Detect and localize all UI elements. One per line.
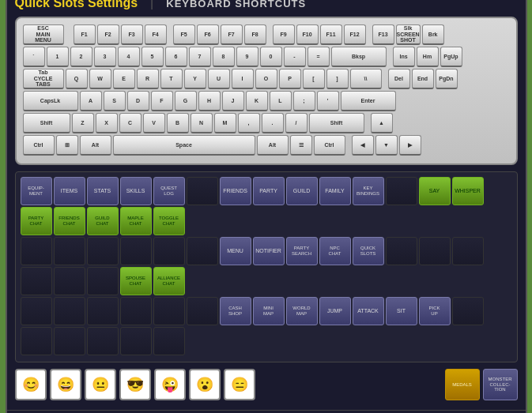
slot-quick-slots[interactable]: QUICKSLOTS — [353, 237, 384, 265]
slot-r3-empty-9[interactable] — [54, 327, 85, 355]
key-8[interactable]: 8 — [213, 47, 235, 67]
key-end[interactable]: End — [412, 69, 434, 89]
key-3[interactable]: 3 — [94, 47, 116, 67]
slot-friends-chat[interactable]: FRIENDSCHAT — [54, 207, 85, 235]
key-b[interactable]: B — [167, 113, 189, 133]
key-f13[interactable]: F13 — [372, 24, 394, 45]
key-slk[interactable]: SlkSCREENSHOT — [396, 24, 421, 45]
key-enter[interactable]: Enter — [341, 91, 396, 111]
slot-r3-empty-12[interactable] — [153, 327, 185, 355]
slot-attack[interactable]: ATTACK — [353, 297, 384, 325]
slot-guild[interactable]: GUILD — [286, 177, 318, 205]
slot-r2-empty-3[interactable] — [87, 237, 119, 265]
slot-r2-empty-4[interactable] — [120, 237, 152, 265]
key-c[interactable]: C — [119, 113, 141, 133]
slot-r2-empty-2[interactable] — [54, 237, 85, 265]
slot-say[interactable]: SAY — [419, 177, 451, 205]
key-4[interactable]: 4 — [118, 47, 140, 67]
slot-empty-2[interactable] — [386, 177, 417, 205]
key-f4[interactable]: F4 — [145, 24, 167, 45]
slot-cash-shop[interactable]: CASHSHOP — [220, 297, 251, 325]
slot-r2-empty-12[interactable] — [87, 267, 119, 295]
key-tab[interactable]: TabCYCLETABS — [23, 69, 64, 89]
key-v[interactable]: V — [143, 113, 165, 133]
key-5[interactable]: 5 — [141, 47, 164, 67]
key-home[interactable]: Hm — [417, 47, 439, 67]
key-u[interactable]: U — [208, 69, 230, 89]
key-a[interactable]: A — [80, 91, 102, 111]
key-quote[interactable]: ' — [317, 91, 339, 111]
key-minus[interactable]: - — [284, 47, 306, 67]
key-space[interactable]: Space — [113, 135, 255, 156]
key-comma[interactable]: , — [238, 113, 260, 133]
key-n[interactable]: N — [191, 113, 213, 133]
key-f1[interactable]: F1 — [74, 24, 96, 45]
slot-r2-empty-11[interactable] — [54, 267, 85, 295]
key-f9[interactable]: F9 — [273, 24, 295, 45]
key-menu[interactable]: ☰ — [290, 135, 312, 156]
key-lbracket[interactable]: [ — [303, 69, 325, 89]
slot-quest-log[interactable]: QUESTLOG — [153, 177, 185, 205]
key-ralt[interactable]: Alt — [257, 135, 289, 156]
key-ins[interactable]: Ins — [393, 47, 415, 67]
slot-world-map[interactable]: WORLDMAP — [286, 297, 318, 325]
slot-r3-empty-7[interactable] — [452, 297, 484, 325]
key-y[interactable]: Y — [184, 69, 206, 89]
key-p[interactable]: P — [279, 69, 301, 89]
key-period[interactable]: . — [262, 113, 284, 133]
slot-r3-empty-4[interactable] — [120, 297, 152, 325]
slot-party-chat[interactable]: PARTYCHAT — [21, 207, 52, 235]
key-s[interactable]: S — [104, 91, 126, 111]
key-win[interactable]: ⊞ — [56, 135, 78, 156]
key-z[interactable]: Z — [72, 113, 94, 133]
key-right[interactable]: ▶ — [399, 135, 421, 156]
key-f10[interactable]: F10 — [296, 24, 319, 45]
key-rbracket[interactable]: ] — [326, 69, 349, 89]
slot-r3-empty-10[interactable] — [87, 327, 119, 355]
key-6[interactable]: 6 — [165, 47, 187, 67]
slot-sit[interactable]: SIT — [386, 297, 417, 325]
key-g[interactable]: G — [175, 91, 197, 111]
key-f12[interactable]: F12 — [344, 24, 366, 45]
avatar-5[interactable]: 😜 — [154, 369, 186, 400]
key-f5[interactable]: F5 — [173, 24, 195, 45]
key-q[interactable]: Q — [66, 69, 88, 89]
key-f8[interactable]: F8 — [244, 24, 266, 45]
slot-party[interactable]: PARTY — [253, 177, 285, 205]
slot-whisper[interactable]: WHISPER — [452, 177, 484, 205]
slot-r2-empty-1[interactable] — [21, 237, 52, 265]
slot-guild-chat[interactable]: GUILDCHAT — [87, 207, 119, 235]
key-slash[interactable]: / — [285, 113, 308, 133]
avatar-1[interactable]: 😊 — [15, 369, 47, 400]
key-pgup[interactable]: PgUp — [440, 47, 462, 67]
key-x[interactable]: X — [96, 113, 118, 133]
key-backspace[interactable]: Bksp — [331, 47, 387, 67]
key-0[interactable]: 0 — [260, 47, 282, 67]
key-brk[interactable]: Brk — [422, 24, 444, 45]
slot-r3-empty-2[interactable] — [54, 297, 85, 325]
slot-key-bindings[interactable]: KEYBINDINGS — [353, 177, 384, 205]
key-del[interactable]: Del — [388, 69, 410, 89]
slot-r3-empty-3[interactable] — [87, 297, 119, 325]
slot-r3-empty-1[interactable] — [21, 297, 52, 325]
slot-toggle-chat[interactable]: TOGGLECHAT — [153, 207, 185, 235]
key-esc[interactable]: ESCMAINMENU — [23, 24, 64, 45]
key-f[interactable]: F — [151, 91, 173, 111]
key-7[interactable]: 7 — [189, 47, 211, 67]
key-semicolon[interactable]: ; — [293, 91, 315, 111]
key-2[interactable]: 2 — [70, 47, 92, 67]
key-pgdn[interactable]: PgDn — [436, 69, 458, 89]
key-equals[interactable]: = — [308, 47, 330, 67]
key-l[interactable]: L — [270, 91, 292, 111]
slot-r3-empty-11[interactable] — [120, 327, 152, 355]
avatar-2[interactable]: 😄 — [50, 369, 81, 400]
slot-pick-up[interactable]: PICKUP — [419, 297, 451, 325]
key-9[interactable]: 9 — [236, 47, 258, 67]
slot-mini-map[interactable]: MINIMAP — [253, 297, 285, 325]
slot-menu[interactable]: MENU — [220, 237, 251, 265]
slot-r3-empty-5[interactable] — [153, 297, 185, 325]
key-lshift[interactable]: Shift — [23, 113, 70, 133]
slot-r2-empty-7[interactable] — [386, 237, 417, 265]
avatar-6[interactable]: 😮 — [189, 369, 221, 400]
slot-jump[interactable]: JUMP — [319, 297, 351, 325]
